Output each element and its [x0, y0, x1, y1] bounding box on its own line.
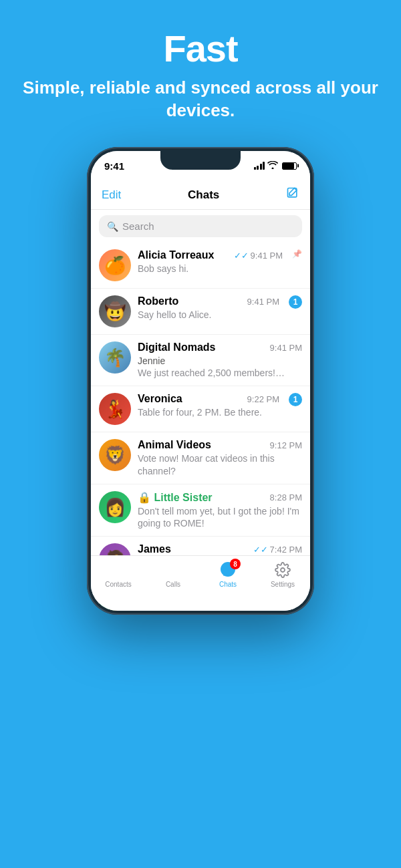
chat-content-nomads: Digital Nomads9:41 PMJennieWe just reach…: [138, 341, 302, 379]
avatar-veronica: 💃: [99, 393, 131, 425]
avatar-sister: 👩: [99, 491, 131, 523]
search-bar[interactable]: 🔍 Search: [99, 215, 302, 237]
chat-preview-veronica: Table for four, 2 PM. Be there.: [138, 406, 279, 418]
double-check-icon: ✓✓: [253, 545, 268, 555]
chat-time-veronica: 9:22 PM: [247, 394, 279, 404]
chat-content-alicia: Alicia Torreaux✓✓9:41 PMBob says hi.: [138, 249, 283, 275]
chat-name-alicia: Alicia Torreaux: [138, 249, 214, 261]
badge-veronica: 1: [289, 393, 302, 406]
chat-time-james: ✓✓7:42 PM: [253, 545, 302, 555]
tab-icon-chats: 8: [219, 561, 237, 579]
chat-preview-sister: Don't tell mom yet, but I got the job! I…: [138, 505, 302, 529]
search-icon: 🔍: [107, 221, 118, 232]
chat-item-alicia[interactable]: 🍊Alicia Torreaux✓✓9:41 PMBob says hi.📌: [91, 243, 310, 289]
tab-chats[interactable]: 8Chats: [200, 561, 255, 588]
wifi-icon: [267, 161, 278, 171]
chat-item-veronica[interactable]: 💃Veronica9:22 PMTable for four, 2 PM. Be…: [91, 386, 310, 432]
tab-contacts[interactable]: Contacts: [91, 561, 146, 588]
tab-bar: ContactsCalls8ChatsSettings: [91, 555, 310, 611]
phone-shell: 9:41: [87, 147, 314, 615]
hero-title: Fast: [13, 27, 388, 70]
chat-time-sister: 8:28 PM: [270, 492, 302, 502]
chat-name-animals: Animal Videos: [138, 439, 211, 451]
tab-label-settings: Settings: [271, 581, 295, 588]
tab-label-chats: Chats: [219, 581, 237, 588]
chat-time-nomads: 9:41 PM: [270, 343, 302, 353]
phone-mockup: 9:41: [87, 147, 314, 829]
compose-button[interactable]: [286, 186, 299, 203]
chat-preview-animals: Vote now! Moar cat videos in this channe…: [138, 452, 302, 476]
tab-label-calls: Calls: [166, 581, 180, 588]
avatar-roberto: 🤠: [99, 295, 131, 327]
chat-item-roberto[interactable]: 🤠Roberto9:41 PMSay hello to Alice.1: [91, 289, 310, 335]
tab-calls[interactable]: Calls: [146, 561, 200, 588]
tab-settings[interactable]: Settings: [255, 561, 310, 588]
search-placeholder: Search: [122, 221, 154, 232]
search-container: 🔍 Search: [91, 210, 310, 243]
chat-content-veronica: Veronica9:22 PMTable for four, 2 PM. Be …: [138, 393, 279, 418]
chat-content-roberto: Roberto9:41 PMSay hello to Alice.: [138, 295, 279, 321]
chat-preview-roberto: Say hello to Alice.: [138, 309, 279, 321]
badge-roberto: 1: [289, 295, 302, 309]
chat-preview-nomads: JennieWe just reached 2,500 members! WOO…: [138, 355, 302, 379]
tab-label-contacts: Contacts: [105, 581, 131, 588]
chat-content-sister: 🔒 Little Sister8:28 PMDon't tell mom yet…: [138, 491, 302, 529]
status-icons: [254, 161, 297, 171]
avatar-nomads: 🌴: [99, 341, 131, 374]
chats-title: Chats: [188, 188, 219, 202]
chat-item-sister[interactable]: 👩🔒 Little Sister8:28 PMDon't tell mom ye…: [91, 484, 310, 537]
chat-item-nomads[interactable]: 🌴Digital Nomads9:41 PMJennieWe just reac…: [91, 335, 310, 386]
chat-preview-alicia: Bob says hi.: [138, 263, 283, 275]
signal-bars-icon: [254, 162, 265, 170]
tab-icon-calls: [164, 561, 182, 579]
chat-content-animals: Animal Videos9:12 PMVote now! Moar cat v…: [138, 439, 302, 476]
chat-name-james: James: [138, 543, 171, 555]
hero-section: Fast Simple, reliable and synced across …: [0, 0, 401, 136]
avatar-animals: 🦁: [99, 439, 131, 471]
tab-badge-chats: 8: [230, 559, 241, 569]
battery-icon: [282, 162, 297, 170]
chat-time-roberto: 9:41 PM: [247, 297, 279, 307]
hero-subtitle: Simple, reliable and synced across all y…: [13, 77, 388, 122]
edit-button[interactable]: Edit: [102, 188, 121, 202]
status-time: 9:41: [104, 160, 124, 172]
tab-icon-contacts: [110, 561, 127, 579]
nav-bar: Edit Chats: [91, 180, 310, 210]
chat-time-animals: 9:12 PM: [270, 440, 302, 450]
chat-time-alicia: ✓✓9:41 PM: [234, 251, 283, 261]
svg-point-2: [281, 568, 285, 572]
phone-screen: 9:41: [91, 151, 310, 611]
notch: [160, 151, 241, 170]
chat-name-veronica: Veronica: [138, 393, 182, 405]
tab-icon-settings: [274, 561, 291, 579]
chat-name-roberto: Roberto: [138, 295, 178, 307]
chat-item-animals[interactable]: 🦁Animal Videos9:12 PMVote now! Moar cat …: [91, 432, 310, 484]
chat-name-nomads: Digital Nomads: [138, 341, 215, 353]
pin-icon-alicia: 📌: [292, 249, 302, 259]
double-check-icon: ✓✓: [234, 251, 249, 261]
chat-name-sister: 🔒 Little Sister: [138, 491, 213, 504]
avatar-alicia: 🍊: [99, 249, 131, 281]
